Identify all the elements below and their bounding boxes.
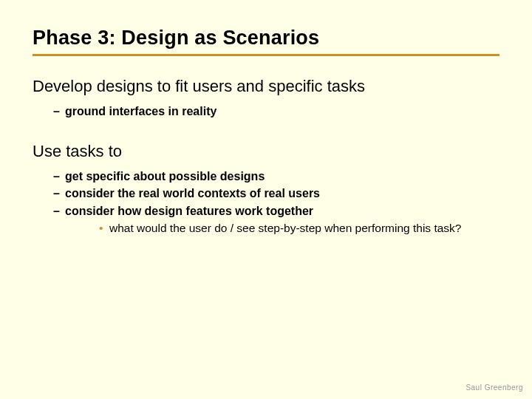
footer-author: Saul Greenberg: [466, 383, 523, 392]
list-item: get specific about possible designs: [53, 168, 499, 185]
sub-list-item: what would the user do / see step-by-ste…: [99, 221, 499, 236]
bullet-list: get specific about possible designs cons…: [33, 168, 499, 237]
bullet-list: ground interfaces in reality: [33, 103, 499, 120]
list-item: consider how design features work togeth…: [53, 203, 499, 237]
list-item: ground interfaces in reality: [53, 103, 499, 120]
section-1: Develop designs to fit users and specifi…: [33, 77, 499, 120]
slide: Phase 3: Design as Scenarios Develop des…: [0, 0, 532, 399]
sub-bullet-list: what would the user do / see step-by-ste…: [65, 221, 499, 236]
list-item-text: consider how design features work togeth…: [65, 205, 313, 217]
section-head: Use tasks to: [33, 142, 499, 161]
slide-title: Phase 3: Design as Scenarios: [33, 27, 499, 56]
section-head: Develop designs to fit users and specifi…: [33, 77, 499, 96]
list-item: consider the real world contexts of real…: [53, 185, 499, 202]
section-2: Use tasks to get specific about possible…: [33, 142, 499, 237]
